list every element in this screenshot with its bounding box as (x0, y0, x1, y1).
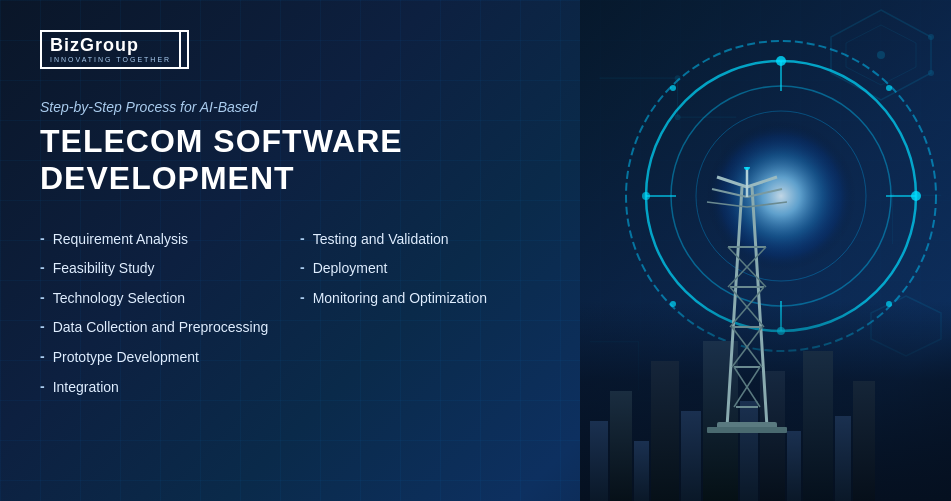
svg-point-26 (911, 191, 921, 201)
step-label: Monitoring and Optimization (313, 289, 487, 309)
steps-grid: - Requirement Analysis - Feasibility Stu… (40, 225, 540, 403)
svg-point-25 (776, 56, 786, 66)
step-label: Data Collection and Preprocessing (53, 318, 269, 338)
step-label: Testing and Validation (313, 230, 449, 250)
list-item: - Feasibility Study (40, 254, 280, 284)
steps-full-width: - Data Collection and Preprocessing - Pr… (40, 313, 540, 402)
left-panel: BizGroup INNOVATING TOGETHER Step-by-Ste… (0, 0, 580, 501)
step-label: Deployment (313, 259, 388, 279)
building (835, 416, 851, 501)
title-line1: TELECOM SOFTWARE (40, 123, 403, 159)
list-item: - Integration (40, 373, 540, 403)
list-item: - Requirement Analysis (40, 225, 280, 255)
brand-name: BizGroup (50, 36, 171, 54)
tower-container (687, 167, 807, 451)
svg-point-55 (744, 167, 750, 170)
logo-bracket-decoration (175, 30, 189, 69)
step-label: Technology Selection (53, 289, 185, 309)
dash-icon: - (40, 230, 45, 246)
list-item: - Data Collection and Preprocessing (40, 313, 540, 343)
step-label: Requirement Analysis (53, 230, 188, 250)
building (634, 441, 649, 501)
telecom-tower-svg (687, 167, 807, 447)
steps-column-2: - Testing and Validation - Deployment - … (300, 225, 540, 314)
list-item: - Prototype Development (40, 343, 540, 373)
svg-point-29 (886, 85, 892, 91)
logo-area: BizGroup INNOVATING TOGETHER (40, 30, 540, 69)
main-container: BizGroup INNOVATING TOGETHER Step-by-Ste… (0, 0, 951, 501)
building (610, 391, 632, 501)
main-title: TELECOM SOFTWARE DEVELOPMENT (40, 123, 540, 197)
list-item: - Deployment (300, 254, 540, 284)
svg-line-49 (747, 177, 777, 187)
dash-icon: - (300, 289, 305, 305)
dash-icon: - (300, 259, 305, 275)
building (853, 381, 875, 501)
steps-column-1: - Requirement Analysis - Feasibility Stu… (40, 225, 280, 314)
step-label: Feasibility Study (53, 259, 155, 279)
right-panel (580, 0, 951, 501)
dash-icon: - (40, 259, 45, 275)
list-item: - Monitoring and Optimization (300, 284, 540, 314)
step-label: Integration (53, 378, 119, 398)
dash-icon: - (40, 378, 45, 394)
building (590, 421, 608, 501)
title-line2: DEVELOPMENT (40, 160, 295, 196)
brand-tagline: INNOVATING TOGETHER (50, 56, 171, 63)
svg-line-34 (752, 187, 767, 427)
dash-icon: - (300, 230, 305, 246)
building (803, 351, 833, 501)
step-label: Prototype Development (53, 348, 199, 368)
page-subtitle: Step-by-Step Process for AI-Based (40, 99, 540, 115)
svg-rect-57 (707, 427, 787, 433)
svg-point-28 (642, 192, 650, 200)
svg-point-31 (670, 85, 676, 91)
dash-icon: - (40, 318, 45, 334)
list-item: - Testing and Validation (300, 225, 540, 255)
svg-line-33 (727, 187, 742, 427)
building (651, 361, 679, 501)
logo-box: BizGroup INNOVATING TOGETHER (40, 30, 181, 69)
dash-icon: - (40, 289, 45, 305)
dash-icon: - (40, 348, 45, 364)
list-item: - Technology Selection (40, 284, 280, 314)
svg-line-48 (717, 177, 747, 187)
